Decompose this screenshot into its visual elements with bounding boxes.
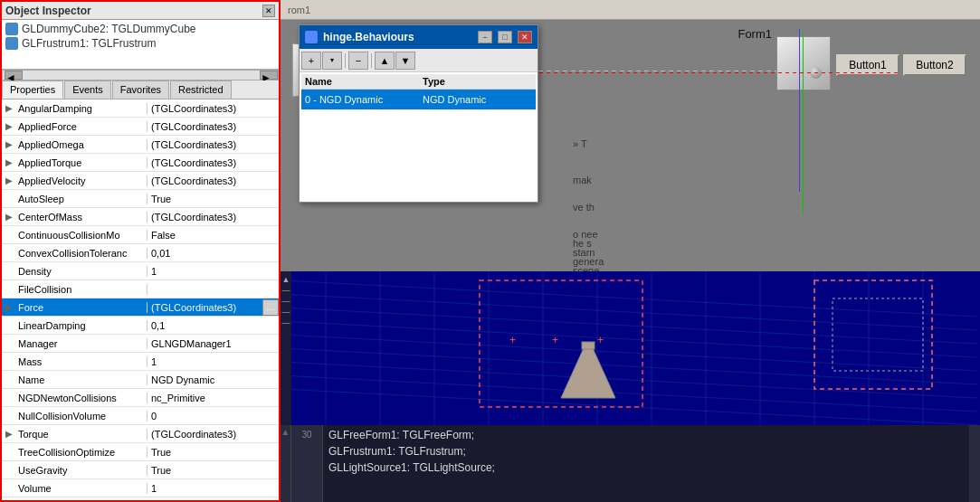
prop-value-11: (TGLCoordinates3) xyxy=(147,302,262,313)
prop-row-6[interactable]: ▶CenterOfMass(TGLCoordinates3) xyxy=(2,208,279,226)
grid-svg: + + + xyxy=(281,271,980,425)
text-snippet-need: o nee xyxy=(570,228,601,241)
dialog-restore-button[interactable]: □ xyxy=(498,31,512,43)
prop-row-5[interactable]: AutoSleepTrue xyxy=(2,190,279,208)
prop-row-0[interactable]: ▶AngularDamping(TGLCoordinates3) xyxy=(2,99,279,118)
tree-item-2[interactable]: GLFrustrum1: TGLFrustrum xyxy=(4,36,277,51)
prop-row-11[interactable]: ▶Force(TGLCoordinates3)… xyxy=(2,298,279,317)
dialog-table-header: Name Type xyxy=(301,74,536,90)
svg-rect-27 xyxy=(582,342,595,349)
console-scrollbar[interactable] xyxy=(969,425,980,502)
tab-restricted[interactable]: Restricted xyxy=(170,81,232,99)
property-tabs: Properties Events Favorites Restricted xyxy=(2,81,279,99)
prop-row-4[interactable]: ▶AppliedVelocity(TGLCoordinates3) xyxy=(2,172,279,190)
dialog-close-button[interactable]: ✕ xyxy=(518,31,532,43)
prop-row-10[interactable]: FileCollision xyxy=(2,280,279,298)
prop-name-21: Volume xyxy=(16,483,147,494)
prop-value-14: 1 xyxy=(147,356,279,367)
console-content: GLFreeForm1: TGLFreeForm; GLFrustrum1: T… xyxy=(323,425,969,502)
prop-name-18: Torque xyxy=(16,429,147,440)
move-up-button[interactable]: ▲ xyxy=(375,52,395,70)
scroll-arrow-up-left[interactable]: ▲ xyxy=(282,275,290,284)
prop-row-18[interactable]: ▶Torque(TGLCoordinates3) xyxy=(2,425,279,443)
prop-name-16: NGDNewtonCollisions xyxy=(16,393,147,403)
dialog-minimize-button[interactable]: − xyxy=(478,31,492,43)
prop-name-0: AngularDamping xyxy=(16,103,147,114)
prop-row-8[interactable]: ConvexCollisionToleranc0,01 xyxy=(2,244,279,262)
prop-value-3: (TGLCoordinates3) xyxy=(147,157,279,168)
prop-name-1: AppliedForce xyxy=(16,121,147,132)
prop-row-21[interactable]: Volume1 xyxy=(2,479,279,497)
text-snippet-scene: scene xyxy=(570,264,602,271)
form1-button2[interactable]: Button2 xyxy=(903,54,966,76)
prop-row-9[interactable]: Density1 xyxy=(2,262,279,280)
console-line-2: GLFrustrum1: TGLFrustrum; xyxy=(328,443,964,459)
add-button[interactable]: + xyxy=(301,52,321,70)
prop-arrow-2[interactable]: ▶ xyxy=(2,139,16,149)
hinge-dialog[interactable]: hinge.Behaviours − □ ✕ + ▾ − ▲ ▼ xyxy=(299,24,538,203)
svg-line-1 xyxy=(281,294,977,330)
svg-rect-28 xyxy=(833,298,923,371)
prop-arrow-3[interactable]: ▶ xyxy=(2,157,16,167)
dialog-row-0[interactable]: 0 - NGD Dynamic NGD Dynamic xyxy=(301,90,536,109)
scroll-thumb-left[interactable]: ◄ xyxy=(5,71,23,80)
prop-row-16[interactable]: NGDNewtonCollisionsnc_Primitive xyxy=(2,389,279,407)
prop-arrow-4[interactable]: ▶ xyxy=(2,175,16,185)
prop-name-13: Manager xyxy=(16,338,147,349)
prop-row-13[interactable]: ManagerGLNGDManager1 xyxy=(2,335,279,353)
prop-name-11: Force xyxy=(16,302,147,313)
prop-value-15: NGD Dynamic xyxy=(147,374,279,385)
svg-text:+: + xyxy=(552,334,558,346)
dialog-titlebar: hinge.Behaviours − □ ✕ xyxy=(300,25,538,49)
tab-events[interactable]: Events xyxy=(64,81,111,99)
form1-header: rom1 xyxy=(281,0,980,20)
dialog-cell-type-0: NGD Dynamic xyxy=(423,94,532,105)
tree-item-1[interactable]: GLDummyCube2: TGLDummyCube xyxy=(4,22,277,36)
scroll-thumb-right[interactable]: ► xyxy=(260,71,278,80)
prop-name-17: NullCollisionVolume xyxy=(16,411,147,421)
col-header-type: Type xyxy=(423,76,532,87)
tab-properties[interactable]: Properties xyxy=(2,81,63,99)
prop-ellipsis-button-11[interactable]: … xyxy=(262,299,279,316)
prop-arrow-0[interactable]: ▶ xyxy=(2,103,16,113)
green-vertical-line xyxy=(803,33,804,214)
tree-label-2: GLFrustrum1: TGLFrustrum xyxy=(22,37,156,50)
col-header-name: Name xyxy=(305,76,423,87)
prop-value-21: 1 xyxy=(147,483,279,494)
prop-row-15[interactable]: NameNGD Dynamic xyxy=(2,371,279,389)
prop-name-15: Name xyxy=(16,374,147,385)
svg-line-4 xyxy=(281,335,977,371)
prop-row-7[interactable]: ContinuousCollisionMoFalse xyxy=(2,226,279,244)
svg-text:+: + xyxy=(509,334,516,346)
prop-value-0: (TGLCoordinates3) xyxy=(147,103,279,114)
remove-button[interactable]: − xyxy=(348,52,368,70)
prop-row-14[interactable]: Mass1 xyxy=(2,353,279,371)
prop-row-20[interactable]: UseGravityTrue xyxy=(2,461,279,479)
prop-value-12: 0,1 xyxy=(147,320,279,331)
tab-favorites[interactable]: Favorites xyxy=(112,81,169,99)
prop-row-12[interactable]: LinearDamping0,1 xyxy=(2,317,279,335)
text-snippet-s: he s xyxy=(570,237,595,250)
dialog-cell-name-0: 0 - NGD Dynamic xyxy=(305,94,423,105)
text-snippet-make: mak xyxy=(570,174,595,186)
prop-value-20: True xyxy=(147,465,279,476)
prop-row-19[interactable]: TreeCollisionOptimizeTrue xyxy=(2,443,279,461)
prop-arrow-6[interactable]: ▶ xyxy=(2,212,16,222)
prop-arrow-1[interactable]: ▶ xyxy=(2,121,16,131)
prop-arrow-11[interactable]: ▶ xyxy=(2,302,16,312)
console-line-1: GLFreeForm1: TGLFreeForm; xyxy=(328,427,964,443)
prop-row-2[interactable]: ▶AppliedOmega(TGLCoordinates3) xyxy=(2,136,279,154)
prop-arrow-18[interactable]: ▶ xyxy=(2,429,16,439)
prop-value-8: 0,01 xyxy=(147,248,279,259)
svg-line-7 xyxy=(281,375,977,412)
prop-name-3: AppliedTorque xyxy=(16,157,147,168)
tree-scrollbar[interactable]: ◄ ► xyxy=(2,70,279,81)
prop-row-1[interactable]: ▶AppliedForce(TGLCoordinates3) xyxy=(2,118,279,136)
prop-row-17[interactable]: NullCollisionVolume0 xyxy=(2,407,279,425)
hinge-dialog-icon xyxy=(305,31,318,43)
prop-row-3[interactable]: ▶AppliedTorque(TGLCoordinates3) xyxy=(2,154,279,172)
panel-titlebar: Object Inspector ✕ xyxy=(2,2,279,20)
panel-close-button[interactable]: ✕ xyxy=(262,5,275,17)
move-down-button[interactable]: ▼ xyxy=(395,52,415,70)
add-dropdown-button[interactable]: ▾ xyxy=(322,52,342,70)
